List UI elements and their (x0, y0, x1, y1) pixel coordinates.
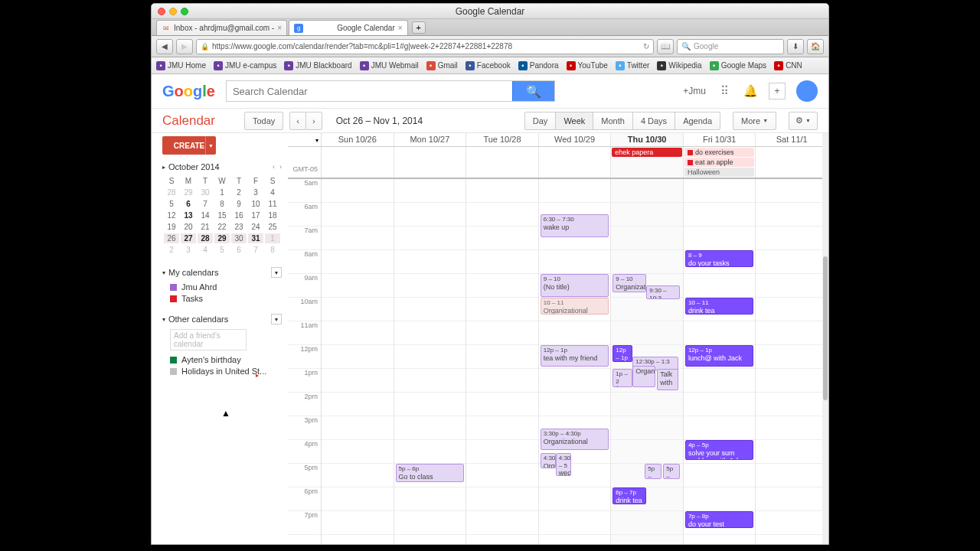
settings-btn[interactable]: ⚙ ▼ (789, 112, 818, 130)
url-input[interactable]: 🔒 https://www.google.com/calendar/render… (196, 39, 654, 54)
col-thu[interactable]: 9 – 10Organizat event9:30 – 10:3(No titl… (611, 179, 684, 544)
next-btn[interactable]: › (305, 112, 322, 130)
col-sat[interactable] (756, 179, 828, 544)
apps-icon[interactable]: ⠿ (717, 83, 732, 99)
bookmark[interactable]: •CNN (774, 61, 802, 70)
event[interactable]: Talk with (657, 369, 678, 390)
bookmark[interactable]: •Google Maps (710, 61, 766, 70)
bookmark[interactable]: •JMU Webmail (360, 61, 419, 70)
tab-inbox[interactable]: ✉ Inbox - ahrdjmu@gmail.com - × (156, 20, 287, 35)
day-header[interactable]: Mon 10/27 (394, 133, 467, 146)
col-tue[interactable] (466, 179, 539, 544)
search-btn[interactable]: 🔍 (512, 81, 554, 101)
bookmark[interactable]: •Pandora (518, 61, 559, 70)
event[interactable]: 9:30 – 10:3(No title) (646, 285, 680, 299)
scrollbar[interactable] (822, 133, 828, 544)
event[interactable]: 6p – 7pdrink tea (612, 487, 646, 504)
calendar-item[interactable]: Ayten's birthday (170, 355, 282, 364)
user-link[interactable]: +Jmu (683, 86, 706, 96)
event[interactable]: 4:30Orga (541, 453, 556, 468)
tab-close-icon[interactable]: × (277, 24, 282, 32)
event[interactable]: 3:30p – 4:30pOrganizational (541, 429, 609, 450)
section-menu[interactable]: ▼ (271, 267, 282, 278)
create-dropdown[interactable]: ▼ (205, 136, 216, 155)
create-btn[interactable]: CREATE ▼ (162, 136, 216, 155)
add-friend-input[interactable]: Add a friend's calendar (170, 329, 247, 350)
collapse-icon[interactable]: ▸ (162, 164, 165, 171)
day-header[interactable]: Fri 10/31 (684, 133, 756, 146)
day-header[interactable]: Sun 10/26 (322, 133, 394, 146)
col-wed[interactable]: 6:30 – 7:30wake up9 – 10(No title)10 – 1… (539, 179, 612, 544)
calendar-item[interactable]: Holidays in United St... (170, 367, 282, 376)
bookmark[interactable]: •JMU Blackboard (284, 61, 351, 70)
scroll-thumb[interactable] (823, 256, 828, 400)
new-tab-btn[interactable]: + (412, 21, 426, 34)
share-btn[interactable]: + (769, 83, 786, 99)
bookmark[interactable]: •Facebook (466, 61, 511, 70)
section-title[interactable]: Other calendars (168, 315, 228, 324)
reader-btn[interactable]: 📖 (657, 39, 674, 54)
event[interactable]: 5p –(No title (645, 464, 662, 479)
allday-mon[interactable] (394, 147, 467, 178)
event[interactable]: 12p – 1plunch@ with Jack (685, 345, 754, 367)
event[interactable]: 4p – 5psolve your sum problem with John (685, 440, 754, 460)
forward-btn[interactable]: ▶ (176, 39, 193, 54)
event[interactable]: 5p –me at (663, 464, 680, 479)
event[interactable]: 7p – 8pdo your test (685, 511, 754, 528)
reload-icon[interactable]: ↻ (643, 42, 649, 51)
event[interactable]: 12p – 1ptea with my friend (541, 345, 609, 367)
more-btn[interactable]: More ▼ (733, 112, 776, 130)
view-week[interactable]: Week (555, 112, 593, 130)
allday-tue[interactable] (466, 147, 539, 178)
section-menu[interactable]: ▼ (271, 314, 282, 324)
bookmark[interactable]: •JMU Home (156, 61, 206, 70)
day-header[interactable]: Tue 10/28 (466, 133, 539, 146)
day-header[interactable]: Thu 10/30 (611, 133, 684, 146)
event[interactable]: 10 – 11Organizational meeting (541, 298, 609, 315)
allday-event[interactable]: Halloween (684, 168, 755, 177)
calendar-item[interactable]: Jmu Ahrd (170, 282, 282, 292)
allday-event[interactable]: ehek papera (612, 148, 682, 157)
view-4days[interactable]: 4 Days (632, 112, 675, 130)
bookmark[interactable]: •JMU e-campus (214, 61, 276, 70)
event[interactable]: 1p – 2(No title) (612, 369, 632, 387)
back-btn[interactable]: ◀ (156, 39, 173, 54)
mini-prev[interactable]: ‹ (273, 163, 275, 171)
day-header[interactable]: Wed 10/29 (539, 133, 612, 146)
allday-thu[interactable]: ehek papera (611, 147, 684, 178)
event[interactable]: 9 – 10(No title) (541, 274, 609, 297)
view-agenda[interactable]: Agenda (675, 112, 720, 130)
event[interactable]: 5p – 6pGo to class (396, 464, 465, 482)
allday-fri[interactable]: do exerciseseat an appleHalloween (684, 147, 756, 178)
bookmark[interactable]: •YouTube (567, 61, 608, 70)
avatar[interactable] (796, 80, 818, 102)
event[interactable]: 12p – 1porgan (612, 345, 632, 362)
mini-calendar[interactable]: SMTWTFS282930123456789101112131415161718… (162, 174, 282, 256)
event[interactable]: Organi (632, 366, 655, 387)
chevron-down-icon[interactable]: ▾ (315, 137, 318, 144)
view-day[interactable]: Day (524, 112, 557, 130)
bookmark[interactable]: •Twitter (616, 61, 649, 70)
allday-event[interactable]: eat an apple (684, 158, 755, 167)
col-fri[interactable]: 8 – 9do your tasks10 – 11drink tea12p – … (684, 179, 756, 544)
event[interactable]: 10 – 11drink tea (685, 298, 754, 315)
prev-btn[interactable]: ‹ (289, 112, 306, 130)
allday-event[interactable]: do exercises (684, 148, 755, 157)
calendar-item[interactable]: Tasks (170, 294, 282, 303)
allday-sun[interactable] (322, 147, 394, 178)
mini-next[interactable]: › (279, 163, 282, 171)
bookmark[interactable]: •Gmail (426, 61, 458, 70)
day-header[interactable]: Sat 11/1 (756, 133, 828, 146)
bookmark[interactable]: •Wikipedia (657, 61, 701, 70)
allday-sat[interactable] (756, 147, 828, 178)
section-title[interactable]: My calendars (168, 268, 218, 277)
event[interactable]: 6:30 – 7:30wake up (541, 214, 609, 237)
home-btn[interactable]: 🏠 (807, 39, 824, 54)
today-btn[interactable]: Today (244, 112, 283, 130)
downloads-btn[interactable]: ⬇ (787, 39, 804, 54)
search-input[interactable] (227, 81, 512, 101)
col-sun[interactable] (322, 179, 394, 544)
view-month[interactable]: Month (593, 112, 633, 130)
event[interactable]: 9 – 10Organizat event (612, 274, 646, 292)
google-logo[interactable]: Google (162, 83, 215, 100)
